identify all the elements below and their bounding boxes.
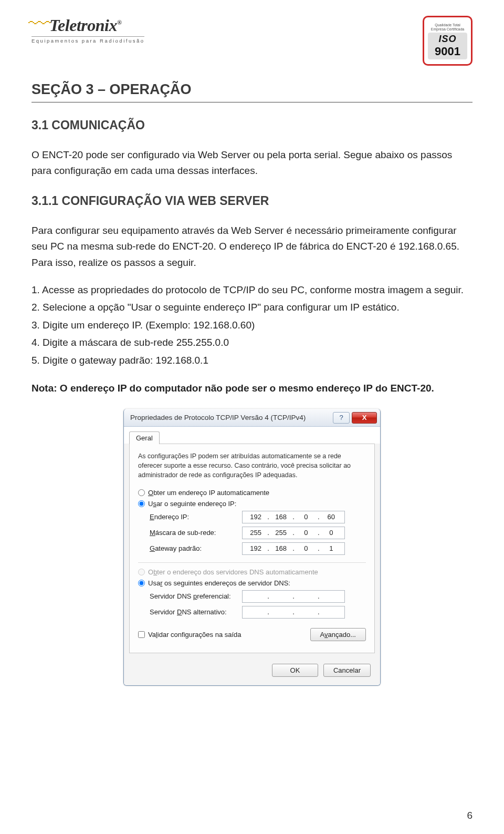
- label-gateway: Gateway padrão:: [150, 544, 242, 552]
- help-button[interactable]: ?: [333, 412, 350, 424]
- iso-badge: Qualidade Total Empresa Certificada ISO …: [423, 16, 472, 66]
- steps-list: 1. Acesse as propriedades do protocolo d…: [32, 282, 472, 368]
- divider: [32, 102, 472, 102]
- dialog-titlebar[interactable]: Propriedades de Protocolo TCP/IP Versão …: [124, 409, 380, 427]
- label-dns-pref: Servidor DNS preferencial:: [150, 592, 242, 600]
- label-dns-alt: Servidor DNS alternativo:: [150, 608, 242, 616]
- ok-button[interactable]: OK: [272, 664, 318, 677]
- field-dns-alt: Servidor DNS alternativo: . . .: [150, 606, 366, 619]
- radio-use-ip-row[interactable]: Usar o seguinte endereço IP:: [138, 500, 366, 508]
- field-ip: Endereço IP: 192. 168. 0. 60: [150, 511, 366, 523]
- logo-brand-text: Teletronix: [49, 16, 117, 35]
- tab-content: As configurações IP podem ser atribuídas…: [129, 444, 375, 653]
- validate-checkbox-row[interactable]: Validar configurações na saída: [138, 631, 242, 639]
- note-text: Nota: O endereço IP do computador não po…: [32, 383, 472, 394]
- ip-octet-2[interactable]: 168: [272, 513, 289, 521]
- mask-octet-2[interactable]: 255: [272, 529, 289, 537]
- paragraph-2: Para configurar seu equipamento através …: [32, 223, 472, 271]
- logo-brand: Teletronix®: [49, 16, 121, 35]
- step-5: 5. Digite o gateway padrão: 192.168.0.1: [32, 353, 472, 368]
- page-header: 〰 Teletronix® Equipamentos para Radiodif…: [32, 16, 472, 66]
- gw-octet-2[interactable]: 168: [272, 544, 289, 552]
- radio-auto-ip[interactable]: [138, 489, 145, 496]
- ip-octet-3[interactable]: 0: [298, 513, 314, 521]
- validate-checkbox[interactable]: [138, 631, 145, 638]
- input-ip[interactable]: 192. 168. 0. 60: [242, 511, 345, 523]
- step-2: 2. Selecione a opção "Usar o seguinte en…: [32, 300, 472, 315]
- mask-octet-4[interactable]: 0: [323, 529, 340, 537]
- paragraph-1: O ENCT-20 pode ser configurado via Web S…: [32, 147, 472, 179]
- label-mask: Máscara de sub-rede:: [150, 529, 242, 537]
- logo-registered: ®: [117, 19, 121, 26]
- radio-auto-dns-row: Obter o endereço dos servidores DNS auto…: [138, 568, 366, 576]
- logo-swoosh-icon: 〰: [28, 16, 50, 32]
- iso-line2: Empresa Certificada: [431, 27, 464, 31]
- radio-use-ip[interactable]: [138, 500, 145, 507]
- dialog-description: As configurações IP podem ser atribuídas…: [138, 451, 366, 480]
- group-divider: [138, 562, 366, 563]
- step-4: 4. Digite a máscara de sub-rede 255.255.…: [32, 335, 472, 350]
- radio-auto-dns-label: Obter o endereço dos servidores DNS auto…: [148, 568, 318, 576]
- ip-octet-4[interactable]: 60: [323, 513, 340, 521]
- gw-octet-3[interactable]: 0: [298, 544, 314, 552]
- field-dns-pref: Servidor DNS preferencial: . . .: [150, 590, 366, 603]
- advanced-button[interactable]: Avançado...: [310, 628, 366, 641]
- radio-auto-ip-row[interactable]: Obter um endereço IP automaticamente: [138, 489, 366, 497]
- step-3: 3. Digite um endereço IP. (Exemplo: 192.…: [32, 317, 472, 333]
- mask-octet-3[interactable]: 0: [298, 529, 314, 537]
- radio-auto-ip-label: Obter um endereço IP automaticamente: [148, 489, 269, 497]
- input-dns-pref[interactable]: . . .: [242, 590, 345, 603]
- logo: 〰 Teletronix® Equipamentos para Radiodif…: [32, 16, 144, 44]
- cancel-button[interactable]: Cancelar: [323, 664, 371, 677]
- close-button[interactable]: X: [352, 412, 377, 424]
- tcpip-dialog: Propriedades de Protocolo TCP/IP Versão …: [123, 409, 381, 685]
- validate-label: Validar configurações na saída: [148, 631, 242, 639]
- close-icon: X: [362, 414, 367, 421]
- input-dns-alt[interactable]: . . .: [242, 606, 345, 619]
- iso-top-text: Qualidade Total Empresa Certificada: [431, 22, 464, 33]
- ip-octet-1[interactable]: 192: [247, 513, 264, 521]
- step-1: 1. Acesse as propriedades do protocolo d…: [32, 282, 472, 297]
- page-number: 6: [467, 810, 472, 821]
- radio-use-ip-label: Usar o seguinte endereço IP:: [148, 500, 236, 508]
- radio-auto-dns: [138, 569, 145, 575]
- logo-tagline: Equipamentos para Radiodifusão: [32, 36, 144, 44]
- tab-general[interactable]: Geral: [129, 431, 160, 444]
- section-title: SEÇÃO 3 – OPERAÇÃO: [32, 81, 472, 98]
- input-mask[interactable]: 255. 255. 0. 0: [242, 527, 345, 539]
- subheading-3-1-1: 3.1.1 CONFIGURAÇÃO VIA WEB SERVER: [32, 194, 472, 208]
- subheading-3-1: 3.1 COMUNICAÇÃO: [32, 118, 472, 132]
- radio-use-dns-row[interactable]: Usar os seguintes endereços de servidor …: [138, 579, 366, 587]
- dialog-footer: OK Cancelar: [124, 658, 380, 685]
- gw-octet-4[interactable]: 1: [323, 544, 340, 552]
- radio-use-dns[interactable]: [138, 580, 145, 586]
- iso-label: ISO: [428, 34, 468, 45]
- help-icon: ?: [339, 414, 343, 421]
- dialog-title: Propriedades de Protocolo TCP/IP Versão …: [130, 414, 306, 421]
- label-ip: Endereço IP:: [150, 513, 242, 521]
- input-gateway[interactable]: 192. 168. 0. 1: [242, 542, 345, 555]
- radio-use-dns-label: Usar os seguintes endereços de servidor …: [148, 579, 290, 587]
- iso-number: 9001: [428, 45, 468, 58]
- field-mask: Máscara de sub-rede: 255. 255. 0. 0: [150, 527, 366, 539]
- mask-octet-1[interactable]: 255: [247, 529, 264, 537]
- iso-line1: Qualidade Total: [435, 23, 460, 27]
- gw-octet-1[interactable]: 192: [247, 544, 264, 552]
- field-gateway: Gateway padrão: 192. 168. 0. 1: [150, 542, 366, 555]
